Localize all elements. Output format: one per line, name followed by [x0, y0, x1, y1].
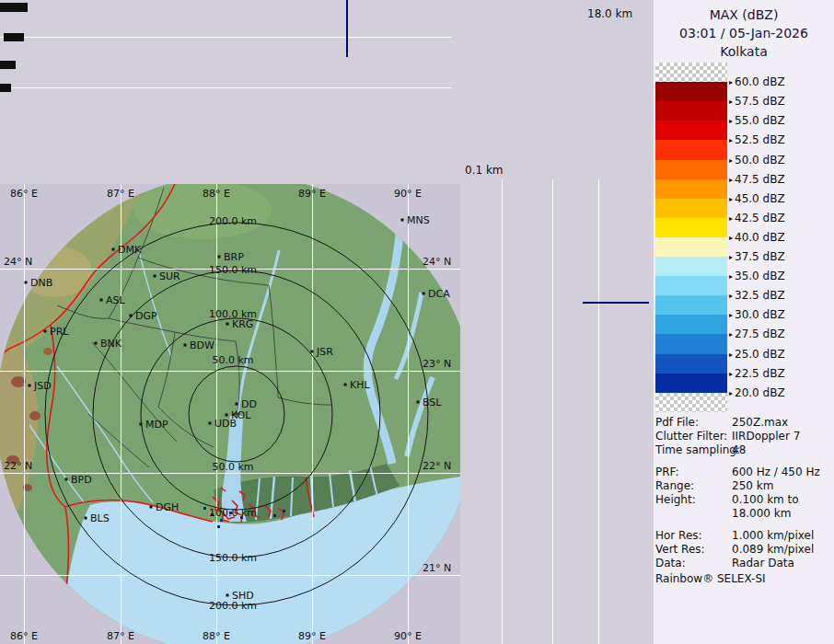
- station-label: DGH: [156, 501, 179, 513]
- latitude-label: 21° N: [423, 562, 451, 574]
- legend-arrow-icon: ▸: [729, 389, 733, 397]
- legend-arrow-icon: ▸: [729, 272, 733, 281]
- info-row: Range:250 km: [655, 479, 832, 493]
- station-label: SHD: [232, 590, 254, 602]
- legend-arrow-icon: ▸: [729, 292, 733, 300]
- max-height-axis-label: 18.0 km: [587, 7, 632, 20]
- product-datetime: 03:01 / 05-Jan-2026: [654, 24, 834, 42]
- legend-threshold-label: ▸52.5 dBZ: [729, 132, 785, 148]
- latitude-label: 22° N: [4, 460, 32, 472]
- info-value: IIRDoppler 7: [732, 430, 800, 443]
- height-gridline: [598, 179, 599, 644]
- info-row: Clutter Filter:IIRDoppler 7: [655, 430, 832, 443]
- echo-trace-horizontal: [583, 302, 649, 304]
- longitude-label: 88° E: [203, 630, 230, 642]
- info-row: Height:0.100 km to: [655, 493, 832, 507]
- station-marker: [112, 248, 115, 251]
- station-marker: [140, 423, 143, 426]
- legend-threshold-label: ▸47.5 dBZ: [729, 172, 785, 188]
- info-value: 600 Hz / 450 Hz: [732, 466, 820, 479]
- station-marker: [226, 414, 228, 417]
- info-value: Radar Data: [732, 557, 794, 570]
- station-marker: [25, 282, 28, 284]
- info-label: Vert Res:: [655, 543, 732, 557]
- station-marker: [209, 422, 212, 425]
- info-label: Height:: [655, 493, 732, 507]
- latitude-label: 24° N: [4, 256, 32, 268]
- legend-arrow-icon: ▸: [729, 370, 733, 378]
- legend-arrow-icon: ▸: [729, 351, 733, 359]
- station-marker: [226, 594, 229, 597]
- station-label: SUR: [159, 270, 180, 282]
- station-marker: [85, 517, 87, 520]
- legend-threshold-label: ▸60.0 dBZ: [729, 75, 785, 90]
- legend-arrow-icon: ▸: [729, 234, 733, 242]
- station-label: JSD: [33, 380, 52, 392]
- info-row: 18.000 km: [655, 507, 832, 521]
- station-label: BDW: [190, 339, 214, 351]
- station-label: BRP: [224, 251, 244, 263]
- latitude-label: 23° N: [423, 358, 451, 370]
- range-ring-label: 50.0 km: [212, 354, 253, 366]
- east-projection-panel: 0.1 km 18.0 km: [460, 0, 654, 644]
- station-marker: [95, 342, 98, 345]
- station-label: DCA: [428, 288, 450, 300]
- product-title: MAX (dBZ): [654, 6, 834, 24]
- info-label: Pdf File:: [655, 416, 732, 430]
- legend-threshold-label: ▸42.5 dBZ: [729, 211, 785, 226]
- legend-arrow-icon: ▸: [729, 117, 733, 125]
- range-ring-label: 150.0 km: [209, 264, 257, 276]
- height-axis-tick-label: [0, 84, 11, 92]
- legend-threshold-label: ▸30.0 dBZ: [729, 307, 785, 323]
- station-label: DMK: [118, 244, 142, 256]
- station-label: KHL: [350, 379, 370, 391]
- north-projection-panel: [0, 0, 460, 184]
- longitude-label: 89° E: [298, 630, 326, 642]
- height-axis-tick-label: [0, 3, 28, 12]
- longitude-label: 90° E: [394, 188, 422, 200]
- longitude-label: 90° E: [394, 630, 422, 642]
- station-label: BLS: [90, 512, 110, 524]
- legend-arrow-icon: ▸: [729, 136, 733, 144]
- legend-threshold-label: ▸57.5 dBZ: [729, 94, 785, 109]
- station-marker: [311, 351, 314, 353]
- legend-swatch: [655, 374, 727, 394]
- legend-arrow-icon: ▸: [729, 98, 733, 106]
- height-axis-tick-label: [4, 33, 24, 41]
- software-credit: Rainbow® SELEX-SI: [655, 572, 766, 585]
- longitude-label: 89° E: [298, 188, 326, 200]
- station-marker: [130, 315, 133, 317]
- info-row: Time sampling:48: [655, 443, 832, 457]
- legend-arrow-icon: ▸: [729, 78, 733, 86]
- station-marker: [401, 219, 404, 222]
- legend-arrow-icon: ▸: [729, 311, 733, 319]
- legend-threshold-label: ▸20.0 dBZ: [729, 385, 785, 401]
- station-marker: [417, 401, 420, 404]
- legend-threshold-label: ▸35.0 dBZ: [729, 269, 785, 284]
- info-label: [655, 507, 732, 521]
- station-label: ASL: [106, 294, 126, 306]
- info-row: Pdf File:250Z.max: [655, 416, 832, 430]
- legend-swatch: [655, 160, 727, 180]
- info-label: Clutter Filter:: [655, 430, 732, 443]
- station-marker: [184, 344, 187, 347]
- station-marker: [226, 323, 229, 326]
- station-label: DGP: [135, 310, 157, 322]
- legend-threshold-label: ▸25.0 dBZ: [729, 347, 785, 362]
- station-marker: [65, 478, 68, 481]
- info-label: Time sampling:: [655, 443, 732, 457]
- legend-threshold-label: ▸22.5 dBZ: [729, 366, 785, 382]
- station-marker: [154, 275, 156, 278]
- longitude-label: 87° E: [107, 630, 134, 642]
- legend-swatch: [655, 354, 727, 374]
- info-value: 0.100 km to: [732, 493, 799, 507]
- legend-swatch: [655, 218, 727, 238]
- legend-threshold-label: ▸40.0 dBZ: [729, 230, 785, 246]
- legend-threshold-label: ▸50.0 dBZ: [729, 153, 785, 168]
- longitude-label: 86° E: [10, 630, 38, 642]
- legend-threshold-label: ▸45.0 dBZ: [729, 191, 785, 207]
- longitude-label: 87° E: [107, 188, 134, 200]
- station-name: Kolkata: [654, 42, 834, 61]
- station-marker: [423, 293, 425, 295]
- legend-threshold-label: ▸37.5 dBZ: [729, 249, 785, 265]
